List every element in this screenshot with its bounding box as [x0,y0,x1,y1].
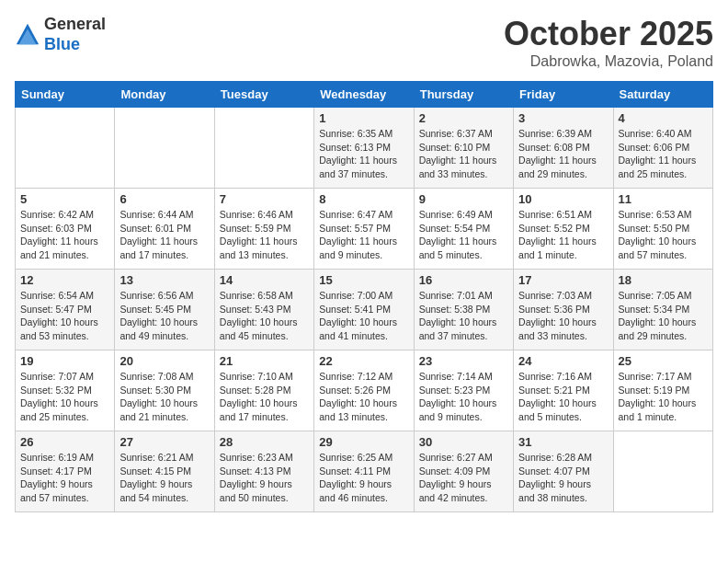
day-info: Sunrise: 7:07 AM Sunset: 5:32 PM Dayligh… [20,370,109,424]
day-number: 29 [319,435,408,449]
calendar-cell: 21Sunrise: 7:10 AM Sunset: 5:28 PM Dayli… [214,350,313,431]
weekday-header-row: SundayMondayTuesdayWednesdayThursdayFrid… [16,82,713,108]
calendar-cell: 5Sunrise: 6:42 AM Sunset: 6:03 PM Daylig… [16,189,115,270]
logo-icon [15,22,40,48]
day-info: Sunrise: 6:35 AM Sunset: 6:13 PM Dayligh… [319,127,408,181]
day-info: Sunrise: 6:19 AM Sunset: 4:17 PM Dayligh… [20,451,109,505]
day-info: Sunrise: 6:47 AM Sunset: 5:57 PM Dayligh… [319,208,408,262]
calendar-cell: 10Sunrise: 6:51 AM Sunset: 5:52 PM Dayli… [514,189,613,270]
calendar-cell: 12Sunrise: 6:54 AM Sunset: 5:47 PM Dayli… [16,270,115,350]
day-number: 28 [220,435,309,449]
day-info: Sunrise: 6:44 AM Sunset: 6:01 PM Dayligh… [119,208,209,262]
day-info: Sunrise: 6:56 AM Sunset: 5:45 PM Dayligh… [119,289,209,343]
calendar-cell: 6Sunrise: 6:44 AM Sunset: 6:01 PM Daylig… [115,189,214,270]
weekday-header-monday: Monday [115,82,214,108]
day-info: Sunrise: 7:12 AM Sunset: 5:26 PM Dayligh… [319,370,408,424]
calendar-week-3: 12Sunrise: 6:54 AM Sunset: 5:47 PM Dayli… [16,270,713,350]
page-header: General Blue October 2025 Dabrowka, Mazo… [15,15,713,70]
day-number: 13 [119,273,209,287]
calendar-table: SundayMondayTuesdayWednesdayThursdayFrid… [15,81,713,512]
logo: General Blue [15,15,106,54]
day-info: Sunrise: 7:03 AM Sunset: 5:36 PM Dayligh… [518,289,608,343]
day-number: 8 [319,192,408,206]
day-number: 26 [20,435,109,449]
calendar-cell: 30Sunrise: 6:27 AM Sunset: 4:09 PM Dayli… [414,431,513,512]
location-subtitle: Dabrowka, Mazovia, Poland [504,53,713,70]
day-info: Sunrise: 6:21 AM Sunset: 4:15 PM Dayligh… [119,451,209,505]
day-info: Sunrise: 6:54 AM Sunset: 5:47 PM Dayligh… [20,289,109,343]
calendar-week-2: 5Sunrise: 6:42 AM Sunset: 6:03 PM Daylig… [16,189,713,270]
day-info: Sunrise: 6:27 AM Sunset: 4:09 PM Dayligh… [419,451,508,505]
day-number: 3 [518,111,608,125]
day-info: Sunrise: 6:28 AM Sunset: 4:07 PM Dayligh… [518,451,608,505]
day-number: 27 [119,435,209,449]
day-info: Sunrise: 6:46 AM Sunset: 5:59 PM Dayligh… [220,208,309,262]
day-info: Sunrise: 7:14 AM Sunset: 5:23 PM Dayligh… [419,370,508,424]
calendar-cell: 18Sunrise: 7:05 AM Sunset: 5:34 PM Dayli… [613,270,712,350]
calendar-cell: 22Sunrise: 7:12 AM Sunset: 5:26 PM Dayli… [314,350,414,431]
day-number: 24 [518,354,608,368]
calendar-cell: 19Sunrise: 7:07 AM Sunset: 5:32 PM Dayli… [16,350,115,431]
day-number: 12 [20,273,109,287]
logo-text: General Blue [44,15,106,54]
day-number: 10 [518,192,608,206]
weekday-header-tuesday: Tuesday [214,82,313,108]
day-info: Sunrise: 6:58 AM Sunset: 5:43 PM Dayligh… [220,289,309,343]
calendar-cell: 20Sunrise: 7:08 AM Sunset: 5:30 PM Dayli… [115,350,214,431]
calendar-cell: 3Sunrise: 6:39 AM Sunset: 6:08 PM Daylig… [514,108,613,189]
day-number: 21 [220,354,309,368]
day-number: 6 [119,192,209,206]
weekday-header-saturday: Saturday [613,82,712,108]
month-title: October 2025 [504,15,713,53]
calendar-cell [115,108,214,189]
day-number: 31 [518,435,608,449]
weekday-header-thursday: Thursday [414,82,513,108]
calendar-cell: 1Sunrise: 6:35 AM Sunset: 6:13 PM Daylig… [314,108,414,189]
day-info: Sunrise: 7:00 AM Sunset: 5:41 PM Dayligh… [319,289,408,343]
day-info: Sunrise: 6:39 AM Sunset: 6:08 PM Dayligh… [518,127,608,181]
day-info: Sunrise: 7:08 AM Sunset: 5:30 PM Dayligh… [119,370,209,424]
calendar-cell: 27Sunrise: 6:21 AM Sunset: 4:15 PM Dayli… [115,431,214,512]
day-number: 7 [220,192,309,206]
calendar-cell: 2Sunrise: 6:37 AM Sunset: 6:10 PM Daylig… [414,108,513,189]
day-info: Sunrise: 7:16 AM Sunset: 5:21 PM Dayligh… [518,370,608,424]
day-number: 18 [619,273,708,287]
calendar-cell: 26Sunrise: 6:19 AM Sunset: 4:17 PM Dayli… [16,431,115,512]
day-info: Sunrise: 6:49 AM Sunset: 5:54 PM Dayligh… [419,208,508,262]
calendar-week-4: 19Sunrise: 7:07 AM Sunset: 5:32 PM Dayli… [16,350,713,431]
day-number: 17 [518,273,608,287]
day-number: 22 [319,354,408,368]
calendar-cell: 23Sunrise: 7:14 AM Sunset: 5:23 PM Dayli… [414,350,513,431]
calendar-cell [613,431,712,512]
calendar-cell: 13Sunrise: 6:56 AM Sunset: 5:45 PM Dayli… [115,270,214,350]
day-info: Sunrise: 7:10 AM Sunset: 5:28 PM Dayligh… [220,370,309,424]
weekday-header-sunday: Sunday [16,82,115,108]
day-number: 5 [20,192,109,206]
day-number: 11 [619,192,708,206]
calendar-cell: 16Sunrise: 7:01 AM Sunset: 5:38 PM Dayli… [414,270,513,350]
day-number: 15 [319,273,408,287]
day-info: Sunrise: 7:17 AM Sunset: 5:19 PM Dayligh… [619,370,708,424]
day-info: Sunrise: 6:53 AM Sunset: 5:50 PM Dayligh… [619,208,708,262]
calendar-week-1: 1Sunrise: 6:35 AM Sunset: 6:13 PM Daylig… [16,108,713,189]
calendar-cell: 17Sunrise: 7:03 AM Sunset: 5:36 PM Dayli… [514,270,613,350]
day-number: 1 [319,111,408,125]
day-number: 9 [419,192,508,206]
day-info: Sunrise: 6:40 AM Sunset: 6:06 PM Dayligh… [619,127,708,181]
day-number: 20 [119,354,209,368]
day-info: Sunrise: 6:23 AM Sunset: 4:13 PM Dayligh… [220,451,309,505]
calendar-week-5: 26Sunrise: 6:19 AM Sunset: 4:17 PM Dayli… [16,431,713,512]
day-info: Sunrise: 6:51 AM Sunset: 5:52 PM Dayligh… [518,208,608,262]
calendar-cell: 28Sunrise: 6:23 AM Sunset: 4:13 PM Dayli… [214,431,313,512]
calendar-cell: 15Sunrise: 7:00 AM Sunset: 5:41 PM Dayli… [314,270,414,350]
calendar-cell [214,108,313,189]
weekday-header-wednesday: Wednesday [314,82,414,108]
day-info: Sunrise: 6:37 AM Sunset: 6:10 PM Dayligh… [419,127,508,181]
day-number: 4 [619,111,708,125]
calendar-cell: 8Sunrise: 6:47 AM Sunset: 5:57 PM Daylig… [314,189,414,270]
day-number: 16 [419,273,508,287]
weekday-header-friday: Friday [514,82,613,108]
day-number: 23 [419,354,508,368]
day-number: 2 [419,111,508,125]
day-info: Sunrise: 6:25 AM Sunset: 4:11 PM Dayligh… [319,451,408,505]
